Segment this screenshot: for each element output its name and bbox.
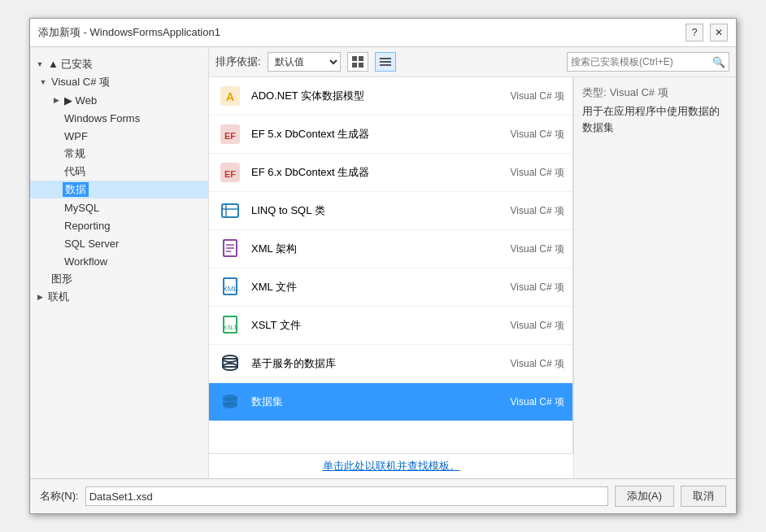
item-icon [217,236,243,262]
grid-view-button[interactable] [347,52,368,72]
item-name: XSLT 文件 [251,318,499,333]
cancel-button[interactable]: 取消 [681,486,726,507]
svg-rect-4 [380,58,391,59]
sidebar-item-wpf[interactable]: WPF [30,127,208,145]
item-name: ADO.NET 实体数据模型 [251,89,499,103]
title-bar-buttons: ? ✕ [685,24,728,41]
sidebar-item-daima[interactable]: 代码 [30,163,208,181]
sort-select[interactable]: 默认值 [268,52,341,72]
type-label: 类型:Visual C# 项 [582,85,728,100]
online-templates-link[interactable]: 单击此处以联机并查找模板。 [323,460,460,472]
sidebar-item-lianji[interactable]: ▶ 联机 [30,288,208,306]
list-item[interactable]: 基于服务的数据库Visual C# 项 [209,345,572,383]
sidebar-item-windows-forms[interactable]: Windows Forms [30,109,208,127]
footer: 名称(N): 添加(A) 取消 [30,478,736,513]
sidebar-item-web[interactable]: ▶ ▶ Web [30,91,208,109]
middle-right: A ADO.NET 实体数据模型Visual C# 项 EF EF 5.x Db… [209,77,736,478]
info-description: 用于在应用程序中使用数据的数据集 [582,103,728,135]
visual-csharp-label: Visual C# 项 [50,75,110,89]
item-list: A ADO.NET 实体数据模型Visual C# 项 EF EF 5.x Db… [209,77,573,453]
sidebar-item-workflow[interactable]: Workflow [30,252,208,270]
svg-text:A: A [226,90,234,103]
web-expand-icon: ▶ [50,94,63,107]
sidebar-item-changgui[interactable]: 常规 [30,145,208,163]
help-button[interactable]: ? [685,24,703,41]
item-icon [217,198,243,224]
sql-server-label: SQL Server [63,238,119,250]
item-category: Visual C# 项 [499,357,564,371]
svg-rect-2 [352,63,357,68]
item-category: Visual C# 项 [499,128,564,142]
svg-rect-1 [359,56,363,61]
list-view-button[interactable] [375,52,396,72]
installed-label: ▲ 已安装 [46,57,93,72]
reporting-label: Reporting [63,220,110,232]
toolbar-row: 排序依据: 默认值 [209,47,736,77]
item-category: Visual C# 项 [499,281,564,294]
list-item[interactable]: EF EF 5.x DbContext 生成器Visual C# 项 [209,116,572,154]
svg-text:EF: EF [224,169,236,179]
close-button[interactable]: ✕ [710,24,728,41]
filename-input[interactable] [85,486,608,506]
sidebar-item-installed[interactable]: ▼ ▲ 已安装 [30,55,208,73]
content-area: ▼ ▲ 已安装 ▼ Visual C# 项 ▶ ▶ Web [30,47,736,478]
search-icon: 🔍 [712,56,725,68]
item-category: Visual C# 项 [499,89,564,103]
visual-csharp-expand-icon: ▼ [37,76,50,89]
list-item[interactable]: XSLT XSLT 文件Visual C# 项 [209,307,572,345]
item-name: 基于服务的数据库 [251,356,499,371]
item-icon [217,351,243,377]
workflow-label: Workflow [63,255,107,268]
list-item[interactable]: LINQ to SQL 类Visual C# 项 [209,192,572,230]
name-label: 名称(N): [40,489,79,504]
sidebar-item-sql-server[interactable]: SQL Server [30,234,208,252]
svg-point-29 [223,402,237,408]
svg-rect-13 [222,204,238,217]
svg-text:XSLT: XSLT [224,325,238,330]
svg-text:XML: XML [223,285,238,293]
item-icon: XSLT [217,312,243,338]
bottom-link-row: 单击此处以联机并查找模板。 [209,453,573,478]
item-name: 数据集 [251,395,499,409]
title-bar: 添加新项 - WindowsFormsApplication1 ? ✕ [30,19,736,47]
list-item[interactable]: XML 架构Visual C# 项 [209,230,572,268]
item-icon: EF [217,121,243,147]
lianji-label: 联机 [46,290,69,304]
item-icon: EF [217,159,243,185]
main-panel: 排序依据: 默认值 [209,47,736,478]
search-input[interactable] [571,56,712,68]
item-name: EF 6.x DbContext 生成器 [251,165,499,180]
item-category: Visual C# 项 [499,204,564,218]
web-label: ▶ Web [63,94,97,107]
main-dialog: 添加新项 - WindowsFormsApplication1 ? ✕ ▼ ▲ … [29,18,737,514]
shuju-label: 数据 [63,182,89,197]
grid-icon [352,56,363,68]
svg-rect-3 [359,63,363,68]
type-key: 类型: [582,86,607,98]
sidebar-item-visual-csharp[interactable]: ▼ Visual C# 项 [30,73,208,91]
item-category: Visual C# 项 [499,242,564,256]
list-item[interactable]: XML XML 文件Visual C# 项 [209,268,572,307]
list-item[interactable]: EF EF 6.x DbContext 生成器Visual C# 项 [209,154,572,192]
type-value: Visual C# 项 [610,86,668,98]
item-name: XML 文件 [251,280,499,294]
item-icon [217,389,243,415]
item-category: Visual C# 项 [499,166,564,180]
sidebar-item-reporting[interactable]: Reporting [30,216,208,234]
sidebar-item-shuju[interactable]: 数据 [30,181,208,198]
daima-label: 代码 [63,164,85,179]
item-name: XML 架构 [251,242,499,256]
svg-rect-6 [380,64,391,66]
sidebar-item-mysql[interactable]: MySQL [30,198,208,216]
list-icon [380,56,391,68]
item-icon: XML [217,274,243,300]
info-panel: 类型:Visual C# 项 用于在应用程序中使用数据的数据集 [573,77,736,478]
list-item[interactable]: 数据集Visual C# 项 [209,383,572,421]
dialog-title: 添加新项 - WindowsFormsApplication1 [38,25,220,40]
add-button[interactable]: 添加(A) [615,486,674,507]
sidebar: ▼ ▲ 已安装 ▼ Visual C# 项 ▶ ▶ Web [30,47,209,478]
wpf-label: WPF [63,130,88,142]
search-box: 🔍 [567,52,729,72]
sidebar-item-tuxing[interactable]: 图形 [30,270,208,288]
list-item[interactable]: A ADO.NET 实体数据模型Visual C# 项 [209,77,572,116]
